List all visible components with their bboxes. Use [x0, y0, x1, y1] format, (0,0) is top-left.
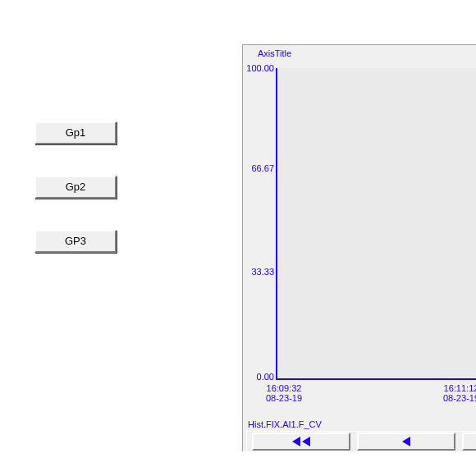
y-axis-title: AxisTitle: [258, 48, 291, 58]
group-1-button[interactable]: Gp1: [34, 121, 117, 144]
triangle-left-icon: [402, 437, 410, 446]
trend-chart-panel: AxisTitle 100.00 66.67 33.33 0.00 16:09:…: [242, 44, 476, 451]
y-tick-66: 66.67: [245, 163, 274, 173]
legend-text: Hist.FIX.AI1.F_CV: [248, 419, 322, 429]
y-tick-100: 100.00: [245, 63, 274, 73]
group-2-button[interactable]: Gp2: [34, 176, 117, 199]
x-tick-left-date: 08-23-19: [259, 393, 309, 403]
trend-nav-toolbar: [246, 431, 476, 451]
app-root: Gp1 Gp2 GP3 AxisTitle 100.00 66.67 33.33…: [0, 0, 476, 476]
rewind-fast-button[interactable]: [252, 433, 350, 451]
rewind-button[interactable]: [357, 433, 455, 451]
x-tick-right-date: 08-23-19: [437, 393, 476, 403]
nav-next-button[interactable]: [462, 433, 476, 451]
x-tick-right-time: 16:11:12: [437, 383, 476, 393]
y-tick-0: 0.00: [245, 372, 274, 382]
triangle-left-icon: [302, 437, 310, 446]
group-3-button[interactable]: GP3: [34, 230, 117, 253]
x-tick-left-time: 16:09:32: [259, 383, 309, 393]
plot-area[interactable]: [276, 68, 476, 380]
y-tick-33: 33.33: [245, 267, 274, 277]
triangle-left-icon: [292, 437, 300, 446]
